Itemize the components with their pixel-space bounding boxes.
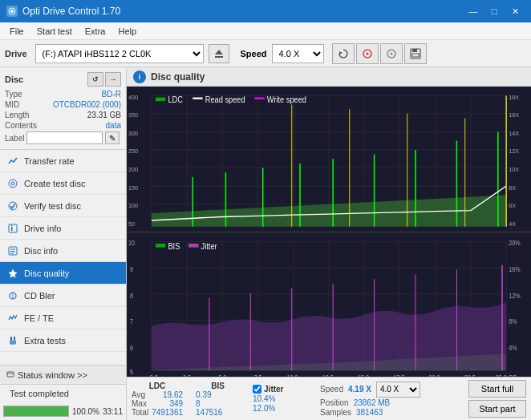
speed-stat-value: 4.19 X <box>348 385 371 394</box>
svg-text:150: 150 <box>128 184 138 191</box>
jitter-header: Jitter <box>264 385 283 394</box>
svg-text:Write speed: Write speed <box>267 95 306 104</box>
speed-select[interactable]: 4.0 X <box>272 44 324 63</box>
close-button[interactable]: ✕ <box>505 3 525 19</box>
svg-text:50: 50 <box>128 220 135 227</box>
content-area: i Disc quality <box>127 67 531 420</box>
speed-position-stats: Speed 4.19 X 4.0 X Position 23862 MB Sam… <box>320 382 420 417</box>
svg-text:8X: 8X <box>509 184 516 191</box>
menu-extra[interactable]: Extra <box>79 25 112 38</box>
svg-text:6X: 6X <box>509 202 516 209</box>
svg-rect-63 <box>156 98 165 102</box>
svg-text:10.0: 10.0 <box>287 374 298 377</box>
disc-info-label: Disc info <box>24 246 58 256</box>
svg-rect-25 <box>10 337 12 341</box>
label-edit-button[interactable]: ✎ <box>105 131 120 144</box>
menu-bar: File Start test Extra Help <box>0 22 531 40</box>
sidebar-item-drive-info[interactable]: Drive info <box>0 217 126 240</box>
svg-text:22.5: 22.5 <box>464 230 476 232</box>
sidebar-item-disc-quality[interactable]: Disc quality <box>0 262 126 285</box>
svg-text:5: 5 <box>130 368 133 376</box>
svg-text:12.5: 12.5 <box>322 374 334 377</box>
bis-stats: BIS 0.39 8 147516 <box>196 382 240 417</box>
verify-test-disc-label: Verify test disc <box>24 201 81 211</box>
minimize-button[interactable]: — <box>464 3 483 19</box>
svg-rect-16 <box>11 227 13 231</box>
ldc-stats: LDC Avg 19.62 Max 349 Total 7491361 <box>132 382 183 417</box>
svg-text:16X: 16X <box>509 111 519 119</box>
svg-marker-22 <box>9 269 17 277</box>
app-icon <box>6 6 18 17</box>
quality-info-icon: i <box>133 71 146 83</box>
svg-text:10X: 10X <box>509 166 519 173</box>
cd-bler-label: CD Bler <box>24 291 55 301</box>
progress-bar-fill <box>4 406 68 416</box>
mid-label: MID <box>5 100 19 109</box>
sidebar-item-create-test-disc[interactable]: Create test disc <box>0 172 126 195</box>
title-bar: Opti Drive Control 1.70 — □ ✕ <box>0 0 531 22</box>
svg-text:7.5: 7.5 <box>253 374 261 377</box>
jitter-checkbox[interactable] <box>253 385 261 394</box>
cd-bler-icon <box>6 289 19 302</box>
speed-stat-select[interactable]: 4.0 X <box>376 382 420 398</box>
status-window-icon <box>6 371 14 379</box>
contents-label: Contents <box>5 121 37 130</box>
svg-text:8: 8 <box>130 292 133 300</box>
total-ldc: 7491361 <box>152 408 183 417</box>
label-input[interactable] <box>26 131 103 144</box>
start-full-button[interactable]: Start full <box>468 380 526 398</box>
svg-point-17 <box>11 224 13 226</box>
menu-file[interactable]: File <box>3 25 30 38</box>
drive-select[interactable]: (F:) ATAPI iHBS112 2 CL0K <box>35 44 204 63</box>
svg-text:7.5: 7.5 <box>253 230 261 232</box>
overall-progress-row: 100.0% 33:11 <box>0 402 126 420</box>
sidebar-item-transfer-rate[interactable]: Transfer rate <box>0 150 126 172</box>
svg-rect-124 <box>188 243 198 247</box>
avg-ldc: 19.62 <box>163 390 183 399</box>
write-button[interactable] <box>380 43 403 64</box>
disc-button[interactable] <box>356 43 379 64</box>
svg-text:20.0: 20.0 <box>428 230 440 232</box>
svg-text:17.5: 17.5 <box>393 374 404 377</box>
svg-text:2.5: 2.5 <box>183 374 191 377</box>
extra-tests-icon <box>6 334 19 347</box>
svg-text:15.0: 15.0 <box>358 230 369 232</box>
sidebar-item-fe-te[interactable]: FE / TE <box>0 307 126 329</box>
svg-text:12.5: 12.5 <box>322 230 334 232</box>
disc-info-button[interactable]: → <box>105 72 121 87</box>
status-text: Test completed <box>3 387 75 400</box>
svg-text:2.5: 2.5 <box>183 230 191 232</box>
total-label: Total <box>132 408 148 417</box>
sidebar-item-cd-bler[interactable]: CD Bler <box>0 285 126 307</box>
sidebar-item-disc-info[interactable]: Disc info <box>0 240 126 262</box>
status-window-button[interactable]: Status window >> <box>0 365 126 385</box>
samples-label: Samples <box>320 408 351 417</box>
type-label: Type <box>5 90 22 99</box>
nav-items: Transfer rate Create test disc Verify te… <box>0 150 126 365</box>
avg-jitter: 10.4% <box>253 394 275 403</box>
sidebar: Disc ↺ → Type BD-R MID OTCBDR002 (000) L… <box>0 67 127 420</box>
save-button[interactable] <box>404 43 427 64</box>
svg-text:350: 350 <box>128 111 138 119</box>
menu-start-test[interactable]: Start test <box>30 25 79 38</box>
total-bis: 147516 <box>196 408 222 417</box>
svg-text:7: 7 <box>130 317 133 325</box>
start-part-button[interactable]: Start part <box>468 400 526 418</box>
maximize-button[interactable]: □ <box>484 3 504 19</box>
type-value: BD-R <box>102 90 121 99</box>
svg-text:Read speed: Read speed <box>205 95 245 104</box>
svg-text:300: 300 <box>128 130 138 137</box>
eject-button[interactable] <box>209 44 229 63</box>
max-jitter: 12.0% <box>253 404 275 413</box>
verify-test-disc-icon <box>6 200 19 212</box>
menu-help[interactable]: Help <box>111 25 143 38</box>
svg-text:22.5: 22.5 <box>464 374 476 377</box>
svg-text:20%: 20% <box>509 239 521 247</box>
disc-section-title: Disc <box>5 75 23 84</box>
refresh-button[interactable] <box>332 43 355 64</box>
sidebar-item-verify-test-disc[interactable]: Verify test disc <box>0 195 126 217</box>
sidebar-item-extra-tests[interactable]: Extra tests <box>0 329 126 352</box>
progress-bar <box>3 406 69 417</box>
disc-refresh-button[interactable]: ↺ <box>87 72 103 87</box>
max-ldc: 349 <box>169 399 183 408</box>
